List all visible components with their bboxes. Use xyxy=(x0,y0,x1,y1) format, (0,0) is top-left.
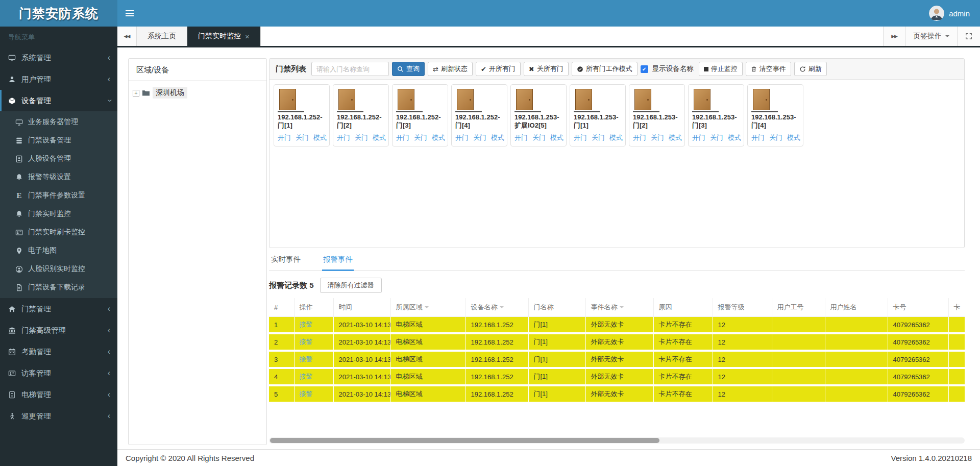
close-door-link[interactable]: 关门 xyxy=(532,133,546,142)
col-header-time[interactable]: 时间 xyxy=(333,298,390,317)
tree-node-shenzhen-airport[interactable]: + 深圳机场 xyxy=(133,87,262,99)
tab-operations-dropdown[interactable]: 页签操作 xyxy=(905,27,957,46)
col-header-door[interactable]: 门名称 xyxy=(528,298,585,317)
close-all-doors-button[interactable]: ✖ 关所有门 xyxy=(524,62,569,76)
clear-events-button[interactable]: 清空事件 xyxy=(746,62,791,76)
close-door-link[interactable]: 关门 xyxy=(592,133,605,142)
close-door-link[interactable]: 关门 xyxy=(296,133,309,142)
sidebar-subitem-electronic-map[interactable]: 电子地图 xyxy=(0,241,117,260)
sidebar-item-system-mgmt[interactable]: 系统管理 ‹ xyxy=(0,47,117,68)
sidebar-item-elevator-mgmt[interactable]: 电梯管理 ‹ xyxy=(0,384,117,405)
door-card[interactable]: 192.168.1.252-门[3] 开门 关门 模式 xyxy=(392,84,448,146)
mode-link[interactable]: 模式 xyxy=(432,133,445,142)
door-card[interactable]: 192.168.1.253-门[3] 开门 关门 模式 xyxy=(688,84,744,146)
open-all-doors-button[interactable]: ✔ 开所有门 xyxy=(476,62,521,76)
col-header-device[interactable]: 设备名称 xyxy=(465,298,528,317)
open-door-link[interactable]: 开门 xyxy=(633,133,646,142)
accept-alarm-link[interactable]: 接警 xyxy=(294,333,333,351)
col-header-reason[interactable]: 原因 xyxy=(653,298,713,317)
close-door-link[interactable]: 关门 xyxy=(414,133,427,142)
close-icon[interactable]: × xyxy=(245,32,250,41)
open-door-link[interactable]: 开门 xyxy=(574,133,587,142)
user-menu[interactable]: admin xyxy=(919,6,980,21)
open-door-link[interactable]: 开门 xyxy=(278,133,291,142)
stop-monitor-button[interactable]: 停止监控 xyxy=(699,62,743,76)
show-device-name-label[interactable]: 显示设备名称 xyxy=(652,64,694,73)
open-door-link[interactable]: 开门 xyxy=(751,133,765,142)
door-card[interactable]: 192.168.1.252-门[1] 开门 关门 模式 xyxy=(274,84,330,146)
mode-link[interactable]: 模式 xyxy=(669,133,682,142)
sidebar-item-patrol-mgmt[interactable]: 巡更管理 ‹ xyxy=(0,405,117,427)
accept-alarm-link[interactable]: 接警 xyxy=(294,317,333,334)
tab-alarm-events[interactable]: 报警事件 xyxy=(322,250,354,271)
col-header-card-clipped[interactable]: 卡 xyxy=(948,298,965,317)
sidebar-item-visitor-mgmt[interactable]: 访客管理 ‹ xyxy=(0,362,117,384)
scrollbar-thumb[interactable] xyxy=(270,438,659,443)
sidebar-item-access-advanced-mgmt[interactable]: 门禁高级管理 ‹ xyxy=(0,320,117,341)
refresh-status-button[interactable]: ⇄ 刷新状态 xyxy=(428,62,473,76)
accept-alarm-link[interactable]: 接警 xyxy=(294,368,333,385)
close-door-link[interactable]: 关门 xyxy=(473,133,486,142)
col-header-index[interactable]: # xyxy=(269,298,294,317)
tab-realtime-events[interactable]: 实时事件 xyxy=(270,250,302,271)
col-header-action[interactable]: 操作 xyxy=(294,298,333,317)
mode-link[interactable]: 模式 xyxy=(609,133,623,142)
accept-alarm-link[interactable]: 接警 xyxy=(294,351,333,368)
close-door-link[interactable]: 关门 xyxy=(710,133,723,142)
sidebar-subitem-event-params[interactable]: E 门禁事件参数设置 xyxy=(0,186,117,205)
tab-access-realtime-monitor[interactable]: 门禁实时监控 × xyxy=(187,27,261,46)
col-header-user-id[interactable]: 用户工号 xyxy=(772,298,825,317)
mode-link[interactable]: 模式 xyxy=(550,133,564,142)
tabs-scroll-right-button[interactable]: ▶▶ xyxy=(883,27,905,46)
sidebar-subitem-card-swipe-monitor[interactable]: 门禁实时刷卡监控 xyxy=(0,223,117,241)
door-card[interactable]: 192.168.1.252-门[2] 开门 关门 模式 xyxy=(333,84,389,146)
open-door-link[interactable]: 开门 xyxy=(692,133,705,142)
mode-link[interactable]: 模式 xyxy=(787,133,800,142)
door-search-input[interactable] xyxy=(311,62,389,76)
all-doors-work-mode-button[interactable]: 所有门工作模式 xyxy=(572,62,638,76)
door-card[interactable]: 192.168.1.253-门[4] 开门 关门 模式 xyxy=(747,84,803,146)
mode-link[interactable]: 模式 xyxy=(491,133,504,142)
col-header-card[interactable]: 卡号 xyxy=(888,298,948,317)
tabs-scroll-left-button[interactable]: ◀◀ xyxy=(117,27,137,46)
sidebar-item-device-mgmt[interactable]: 设备管理 ‹ xyxy=(0,90,117,111)
door-card[interactable]: 192.168.1.253-门[2] 开门 关门 模式 xyxy=(629,84,685,146)
accept-alarm-link[interactable]: 接警 xyxy=(294,385,333,403)
open-door-link[interactable]: 开门 xyxy=(455,133,469,142)
mode-link[interactable]: 模式 xyxy=(313,133,327,142)
open-door-link[interactable]: 开门 xyxy=(396,133,409,142)
sidebar-item-access-mgmt[interactable]: 门禁管理 ‹ xyxy=(0,298,117,320)
clear-all-filters-button[interactable]: 清除所有过滤器 xyxy=(320,278,382,293)
horizontal-scrollbar[interactable] xyxy=(269,437,965,444)
col-header-level[interactable]: 报警等级 xyxy=(713,298,772,317)
sidebar-subitem-alarm-level[interactable]: 报警等级设置 xyxy=(0,168,117,186)
sidebar-subitem-face-device[interactable]: 人脸设备管理 xyxy=(0,150,117,168)
sidebar-subitem-access-device[interactable]: 门禁设备管理 xyxy=(0,131,117,150)
mode-link[interactable]: 模式 xyxy=(728,133,741,142)
fullscreen-button[interactable] xyxy=(957,27,980,46)
door-card[interactable]: 192.168.1.252-门[4] 开门 关门 模式 xyxy=(451,84,507,146)
close-door-link[interactable]: 关门 xyxy=(769,133,782,142)
tab-system-home[interactable]: 系统主页 xyxy=(137,27,187,46)
app-logo[interactable]: 门禁安防系统 xyxy=(0,0,117,27)
door-card[interactable]: 192.168.1.253-门[1] 开门 关门 模式 xyxy=(570,84,626,146)
sidebar-subitem-realtime-monitor[interactable]: 门禁实时监控 xyxy=(0,205,117,223)
sidebar-subitem-face-recognition-monitor[interactable]: 人脸识别实时监控 xyxy=(0,260,117,278)
door-card[interactable]: 192.168.1.253-扩展IO2[5] 开门 关门 模式 xyxy=(510,84,567,146)
sidebar-subitem-business-server[interactable]: 业务服务器管理 xyxy=(0,113,117,131)
close-door-link[interactable]: 关门 xyxy=(355,133,368,142)
tree-expand-icon[interactable]: + xyxy=(133,90,139,96)
open-door-link[interactable]: 开门 xyxy=(514,133,528,142)
col-header-event[interactable]: 事件名称 xyxy=(585,298,653,317)
tree-node-label[interactable]: 深圳机场 xyxy=(153,87,187,99)
col-header-user-name[interactable]: 用户姓名 xyxy=(825,298,888,317)
sidebar-subitem-download-records[interactable]: 门禁设备下载记录 xyxy=(0,278,117,297)
mode-link[interactable]: 模式 xyxy=(373,133,386,142)
sidebar-item-attendance-mgmt[interactable]: 考勤管理 ‹ xyxy=(0,341,117,362)
show-device-name-checkbox[interactable]: ✔ xyxy=(641,65,648,73)
sidebar-toggle-button[interactable] xyxy=(117,0,142,27)
col-header-area[interactable]: 所属区域 xyxy=(390,298,465,317)
sidebar-item-user-mgmt[interactable]: 用户管理 ‹ xyxy=(0,68,117,90)
close-door-link[interactable]: 关门 xyxy=(651,133,664,142)
open-door-link[interactable]: 开门 xyxy=(337,133,350,142)
